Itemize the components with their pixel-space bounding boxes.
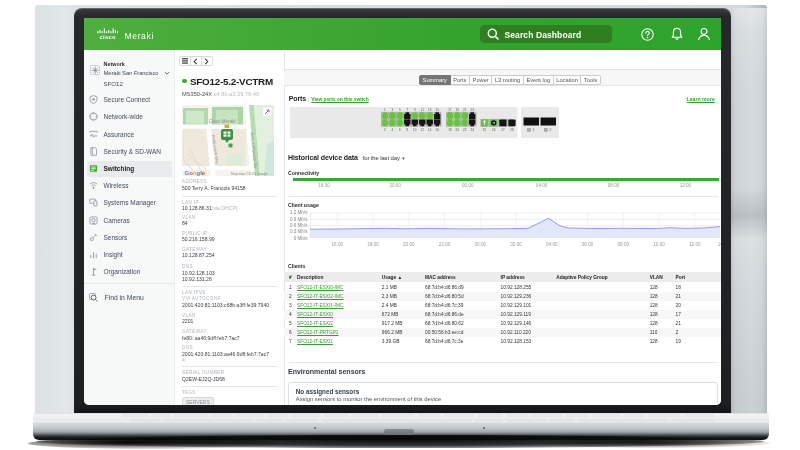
svg-text:11: 11 [421,108,424,112]
svg-text:26: 26 [492,128,496,132]
svg-text:14: 14 [428,128,432,132]
svg-text:2: 2 [550,128,552,132]
svg-text:21: 21 [463,108,467,112]
svg-text:1: 1 [533,128,535,132]
svg-text:20: 20 [456,128,460,132]
svg-text:17: 17 [448,108,452,112]
svg-text:27: 27 [501,128,505,132]
svg-text:Google: Google [184,169,205,175]
svg-text:19: 19 [456,108,460,112]
svg-text:cisco: cisco [100,34,116,40]
svg-text:Map data ©2025 Google: Map data ©2025 Google [231,172,268,176]
svg-text:15: 15 [436,108,440,112]
svg-text:28: 28 [510,128,514,132]
svg-text:25: 25 [483,128,487,132]
svg-text:22: 22 [463,128,467,132]
svg-text:24: 24 [471,128,475,132]
svg-text:12: 12 [421,128,425,132]
svg-text:13: 13 [428,108,432,112]
svg-text:10: 10 [413,128,417,132]
svg-text:18: 18 [448,128,452,132]
svg-text:16: 16 [436,128,440,132]
svg-text:Cisco Meraki: Cisco Meraki [209,119,236,124]
svg-text:23: 23 [471,108,475,112]
